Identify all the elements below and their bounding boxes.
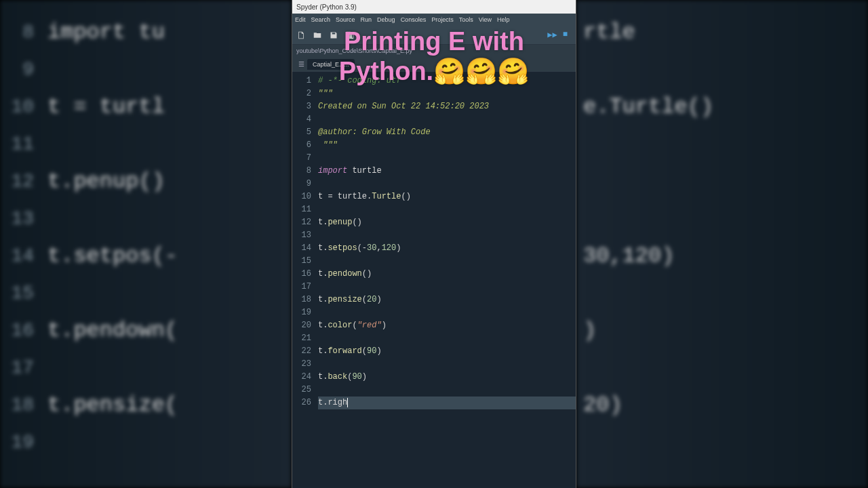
line-number: 12 [292,216,318,229]
line-number: 21 [292,332,318,345]
menu-projects[interactable]: Projects [431,16,454,23]
background-code-right: rtlee.Turtle()30,120))20) [576,0,868,488]
line-number: 15 [292,255,318,268]
code-line[interactable]: t.righ [318,396,576,409]
line-number: 14 [292,242,318,255]
text-cursor [347,398,348,407]
menu-help[interactable]: Help [497,16,510,23]
file-path: youtube\Python_Code\Shorts\Captial_E.py [296,47,412,54]
toolbar: ▶▶ ■ [292,26,576,45]
code-line[interactable] [318,281,576,293]
code-line[interactable]: t.setpos(-30,120) [318,242,576,255]
tab-list-icon[interactable]: ☰ [296,60,306,69]
editor-tab-bar: ☰ Captial_E.p... [292,57,576,72]
code-line[interactable] [318,384,576,396]
code-line[interactable] [318,306,576,319]
code-line[interactable]: t.color("red") [318,319,576,332]
run-controls: ▶▶ ■ [547,30,568,40]
line-number: 6 [292,139,318,152]
save-all-icon[interactable] [345,30,355,40]
line-number: 26 [292,396,318,409]
code-line[interactable]: import turtle [318,165,576,178]
menu-run[interactable]: Run [361,16,372,23]
line-number-gutter: 1234567891011121314151617181920212223242… [292,72,318,488]
file-path-bar: youtube\Python_Code\Shorts\Captial_E.py [292,45,576,57]
line-number: 5 [292,126,318,139]
file-tab-active[interactable]: Captial_E.p... [307,59,355,70]
code-line[interactable] [318,203,576,216]
code-line[interactable] [318,152,576,165]
menu-view[interactable]: View [479,16,492,23]
line-number: 22 [292,345,318,358]
code-editor[interactable]: 1234567891011121314151617181920212223242… [292,72,576,488]
line-number: 9 [292,178,318,190]
menu-source[interactable]: Source [336,16,355,23]
code-line[interactable]: t.pendown() [318,268,576,281]
code-line[interactable] [318,255,576,268]
code-line[interactable]: t.penup() [318,216,576,229]
code-line[interactable] [318,332,576,345]
line-number: 8 [292,165,318,178]
code-line[interactable]: """ [318,87,576,100]
menu-debug[interactable]: Debug [377,16,395,23]
code-line[interactable]: t.back(90) [318,371,576,384]
window-title-bar: Spyder (Python 3.9) [292,0,576,14]
code-line[interactable] [318,178,576,190]
menu-tools[interactable]: Tools [459,16,473,23]
background-code-left: 8import tu910t = turtl1112t.penup()1314t… [0,0,292,488]
file-tab-label: Captial_E.p... [313,61,349,68]
code-text-area[interactable]: # -*- coding: utf"""Created on Sun Oct 2… [318,72,576,488]
line-number: 3 [292,100,318,113]
line-number: 23 [292,358,318,371]
line-number: 11 [292,203,318,216]
new-file-icon[interactable] [296,30,306,40]
line-number: 10 [292,190,318,203]
menu-bar: EditSearchSourceRunDebugConsolesProjects… [292,14,576,26]
line-number: 4 [292,113,318,126]
line-number: 17 [292,281,318,293]
window-title: Spyder (Python 3.9) [296,3,357,11]
line-number: 25 [292,384,318,396]
code-line[interactable]: Created on Sun Oct 22 14:52:20 2023 [318,100,576,113]
line-number: 1 [292,75,318,87]
line-number: 19 [292,306,318,319]
code-line[interactable]: @author: Grow With Code [318,126,576,139]
code-line[interactable] [318,358,576,371]
code-line[interactable] [318,113,576,126]
line-number: 18 [292,293,318,306]
line-number: 24 [292,371,318,384]
code-line[interactable]: t.pensize(20) [318,293,576,306]
menu-consoles[interactable]: Consoles [401,16,427,23]
open-folder-icon[interactable] [313,30,322,40]
line-number: 7 [292,152,318,165]
line-number: 13 [292,229,318,242]
save-icon[interactable] [329,30,338,40]
code-line[interactable]: # -*- coding: utf [318,75,576,87]
code-line[interactable]: """ [318,139,576,152]
line-number: 2 [292,87,318,100]
spyder-main-window: Spyder (Python 3.9) EditSearchSourceRunD… [292,0,576,488]
stop-icon[interactable]: ■ [563,30,568,40]
run-fast-icon[interactable]: ▶▶ [547,30,557,40]
code-line[interactable]: t.forward(90) [318,345,576,358]
menu-edit[interactable]: Edit [295,16,306,23]
line-number: 16 [292,268,318,281]
line-number: 20 [292,319,318,332]
code-line[interactable] [318,229,576,242]
menu-search[interactable]: Search [311,16,331,23]
code-line[interactable]: t = turtle.Turtle() [318,190,576,203]
